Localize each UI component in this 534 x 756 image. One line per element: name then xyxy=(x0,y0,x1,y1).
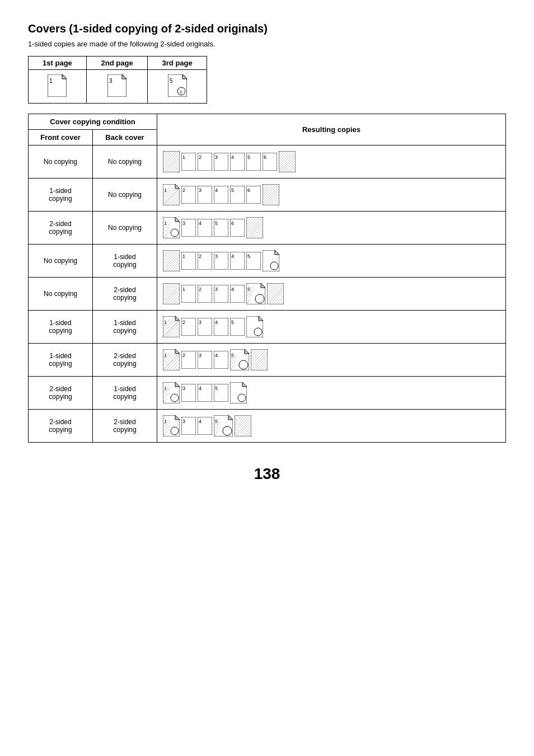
svg-point-171 xyxy=(255,294,264,303)
orig-page-1: 1 xyxy=(29,70,87,104)
orig-page-3: 5 2 xyxy=(148,70,207,104)
svg-marker-287 xyxy=(228,415,233,420)
svg-text:3: 3 xyxy=(199,187,202,193)
result-4: 1 2 3 4 5 xyxy=(157,245,506,278)
page-number: 138 xyxy=(28,465,506,483)
svg-text:3: 3 xyxy=(199,320,202,325)
main-table: Cover copying condition Resulting copies… xyxy=(28,114,506,443)
svg-text:1: 1 xyxy=(164,386,167,391)
svg-text:2: 2 xyxy=(199,154,202,160)
svg-text:6: 6 xyxy=(264,154,266,160)
svg-text:1: 1 xyxy=(182,253,185,259)
svg-text:3: 3 xyxy=(182,419,185,424)
result-6: 1 2 3 4 5 xyxy=(157,311,506,344)
orig-header-2: 2nd page xyxy=(86,57,147,70)
table-row: 1-sided copying No copying 1 xyxy=(29,179,506,212)
svg-text:5: 5 xyxy=(247,253,250,259)
front-cover-1: No copying xyxy=(29,145,93,179)
svg-point-145 xyxy=(270,262,278,270)
svg-text:5: 5 xyxy=(215,220,218,226)
svg-text:3: 3 xyxy=(215,287,218,292)
orig-header-1: 1st page xyxy=(29,57,87,70)
svg-text:5: 5 xyxy=(170,78,173,84)
orig-header-3: 3rd page xyxy=(148,57,207,70)
svg-point-272 xyxy=(238,394,246,402)
svg-marker-7 xyxy=(182,74,187,79)
back-cover-4: 1-sided copying xyxy=(93,245,157,278)
svg-marker-212 xyxy=(259,316,263,321)
svg-text:1: 1 xyxy=(182,154,185,160)
svg-point-258 xyxy=(171,394,179,402)
back-cover-3: No copying xyxy=(93,212,157,245)
table-row: No copying No copying xyxy=(29,145,506,179)
table-row: 2-sided copying No copying 1 xyxy=(29,212,506,245)
svg-text:3: 3 xyxy=(199,353,202,358)
svg-text:3: 3 xyxy=(182,386,185,391)
table-row: No copying 2-sided copying xyxy=(29,278,506,311)
svg-text:6: 6 xyxy=(231,220,234,226)
result-7: 1 2 3 4 xyxy=(157,344,506,377)
svg-text:6: 6 xyxy=(247,187,250,193)
svg-point-235 xyxy=(239,360,248,369)
svg-text:1: 1 xyxy=(49,78,53,84)
svg-text:4: 4 xyxy=(199,419,202,424)
subheader-front: Front cover xyxy=(29,130,93,145)
page-title: Covers (1-sided copying of 2-sided origi… xyxy=(28,22,506,35)
svg-text:2: 2 xyxy=(182,320,185,325)
svg-text:5: 5 xyxy=(215,386,218,391)
table-row: 1-sided copying 2-sided copying 1 xyxy=(29,344,506,377)
svg-marker-1 xyxy=(62,74,67,79)
front-cover-5: No copying xyxy=(29,278,93,311)
result-8: 1 3 4 5 xyxy=(157,377,506,410)
svg-text:5: 5 xyxy=(215,419,218,424)
back-cover-9: 2-sided copying xyxy=(93,410,157,443)
svg-marker-256 xyxy=(175,382,180,387)
svg-marker-233 xyxy=(245,349,249,354)
svg-text:3: 3 xyxy=(215,154,218,160)
svg-text:3: 3 xyxy=(109,78,113,84)
front-cover-9: 2-sided copying xyxy=(29,410,93,443)
svg-marker-144 xyxy=(275,250,279,255)
svg-point-213 xyxy=(254,328,262,336)
table-row: No copying 1-sided copying xyxy=(29,245,506,278)
svg-marker-169 xyxy=(261,283,265,288)
table-row: 2-sided copying 2-sided copying 1 xyxy=(29,410,506,443)
result-5: 1 2 3 4 5 xyxy=(157,278,506,311)
svg-marker-88 xyxy=(175,217,180,222)
svg-text:5: 5 xyxy=(231,187,234,193)
table-row: 1-sided copying 1-sided copying 1 xyxy=(29,311,506,344)
svg-text:4: 4 xyxy=(199,386,202,391)
result-3: 1 3 4 5 6 xyxy=(157,212,506,245)
front-cover-4: No copying xyxy=(29,245,93,278)
front-cover-6: 1-sided copying xyxy=(29,311,93,344)
svg-marker-4 xyxy=(122,74,127,79)
subtitle: 1-sided copies are made of the following… xyxy=(28,40,506,48)
header-resulting: Resulting copies xyxy=(157,114,506,145)
table-row: 2-sided copying 1-sided copying 1 xyxy=(29,377,506,410)
originals-table: 1st page 2nd page 3rd page 1 3 xyxy=(28,56,207,104)
svg-text:4: 4 xyxy=(231,253,234,259)
front-cover-2: 1-sided copying xyxy=(29,179,93,212)
back-cover-2: No copying xyxy=(93,179,157,212)
svg-text:1: 1 xyxy=(164,187,167,193)
subheader-back: Back cover xyxy=(93,130,157,145)
result-2: 1 2 3 4 5 xyxy=(157,179,506,212)
header-condition: Cover copying condition xyxy=(29,114,157,130)
svg-text:2: 2 xyxy=(182,187,185,193)
svg-point-90 xyxy=(171,229,179,237)
back-cover-8: 1-sided copying xyxy=(93,377,157,410)
svg-text:4: 4 xyxy=(199,220,202,226)
front-cover-3: 2-sided copying xyxy=(29,212,93,245)
back-cover-7: 2-sided copying xyxy=(93,344,157,377)
svg-text:1: 1 xyxy=(182,287,185,292)
svg-text:2: 2 xyxy=(199,253,202,259)
svg-text:4: 4 xyxy=(215,187,218,193)
back-cover-5: 2-sided copying xyxy=(93,278,157,311)
svg-text:4: 4 xyxy=(215,353,218,358)
svg-text:4: 4 xyxy=(231,287,234,292)
svg-text:3: 3 xyxy=(182,220,185,226)
result-1: 1 2 3 4 5 6 xyxy=(157,145,506,179)
svg-text:1: 1 xyxy=(164,353,167,358)
front-cover-7: 1-sided copying xyxy=(29,344,93,377)
svg-marker-274 xyxy=(175,415,180,420)
